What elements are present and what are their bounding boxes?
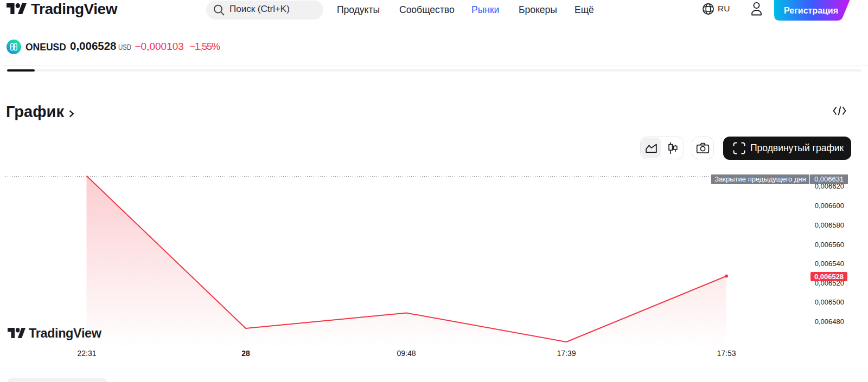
svg-text:Регистрация: Регистрация bbox=[784, 6, 838, 15]
